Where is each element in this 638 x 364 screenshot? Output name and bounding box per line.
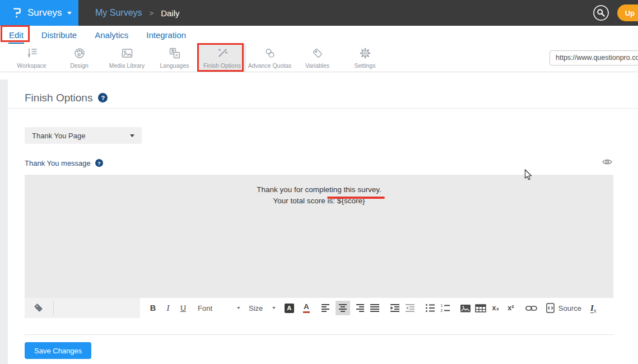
bulleted-list-icon xyxy=(425,304,435,312)
svg-text:1: 1 xyxy=(440,304,443,307)
merge-tag-icon[interactable] xyxy=(32,302,45,314)
message-label-row: Thank You message ? xyxy=(25,157,613,169)
toolbar-separator xyxy=(53,301,54,315)
rich-text-editor: Thank you for completing this survey. Yo… xyxy=(25,175,613,318)
chevron-down-icon xyxy=(67,12,72,15)
brand-label: Surveys xyxy=(27,7,62,18)
numbered-list-icon: 1 2 xyxy=(440,304,450,312)
italic-button[interactable]: I xyxy=(162,301,174,315)
font-dropdown[interactable]: Font xyxy=(198,301,240,315)
toolbar-item-languages[interactable]: A Languages xyxy=(151,44,198,72)
editor-content[interactable]: Thank you for completing this survey. Yo… xyxy=(25,175,613,298)
increase-indent-button[interactable] xyxy=(389,301,401,315)
underline-button[interactable]: U xyxy=(178,301,189,315)
upgrade-button[interactable]: Up xyxy=(617,4,638,21)
editor-text-line: Thank you for completing this survey. xyxy=(25,184,613,195)
save-changes-button[interactable]: Save Changes xyxy=(25,342,91,359)
text-color-icon: A xyxy=(303,303,310,313)
insert-image-button[interactable] xyxy=(460,301,471,315)
content-area: Finish Options ? Thank You Page Thank Yo… xyxy=(0,80,638,364)
topbar-right: Up xyxy=(593,4,638,21)
toolbar-item-media-library[interactable]: Media Library xyxy=(103,44,151,72)
superscript-button[interactable]: x² xyxy=(505,301,516,315)
text-color-button[interactable]: A xyxy=(303,303,311,313)
font-dropdown-label: Font xyxy=(198,304,212,312)
settings-icon xyxy=(358,46,372,60)
help-icon[interactable]: ? xyxy=(95,159,103,167)
toolbar-item-label: Variables xyxy=(305,62,329,69)
finish-options-panel: Finish Options ? Thank You Page Thank Yo… xyxy=(8,80,638,364)
align-center-icon xyxy=(338,304,348,312)
tab-distribute[interactable]: Distribute xyxy=(41,27,77,44)
remove-format-button[interactable]: Ix xyxy=(590,303,597,314)
bulleted-list-button[interactable] xyxy=(425,301,436,315)
finish-type-dropdown[interactable]: Thank You Page xyxy=(25,127,142,144)
source-button-label: Source xyxy=(558,304,581,312)
toolbar-item-label: Media Library xyxy=(109,62,145,69)
panel-header: Finish Options ? xyxy=(25,80,613,108)
insert-link-button[interactable] xyxy=(525,301,537,315)
design-icon xyxy=(73,46,86,60)
toolbar-item-label: Languages xyxy=(160,62,189,69)
svg-text:2: 2 xyxy=(440,309,443,312)
toolbar-item-settings[interactable]: Settings xyxy=(341,44,389,72)
table-icon xyxy=(475,304,486,313)
footer-divider xyxy=(25,334,613,335)
source-icon xyxy=(546,303,555,313)
help-icon[interactable]: ? xyxy=(98,93,108,102)
languages-icon: A xyxy=(168,46,181,60)
editor-toolbar: B I U Font Size A xyxy=(25,298,613,318)
thank-you-message-label: Thank You message xyxy=(25,159,91,167)
decrease-indent-button[interactable] xyxy=(404,301,416,315)
toolbar-item-label: Advance Quotas xyxy=(248,62,292,69)
search-icon[interactable] xyxy=(593,5,609,21)
breadcrumb-my-surveys[interactable]: My Surveys xyxy=(95,8,142,18)
image-icon xyxy=(460,304,471,313)
toolbar-item-label: Workspace xyxy=(17,62,46,69)
link-icon xyxy=(525,305,537,312)
align-right-button[interactable] xyxy=(354,301,365,315)
tab-integration[interactable]: Integration xyxy=(146,27,187,44)
toolbar-item-workspace[interactable]: Workspace xyxy=(8,44,55,72)
toolbar-item-design[interactable]: Design xyxy=(55,44,103,72)
bold-button[interactable]: B xyxy=(147,301,159,315)
size-dropdown-label: Size xyxy=(249,304,263,312)
questionpro-logo-icon xyxy=(12,6,22,20)
align-left-icon xyxy=(321,304,331,312)
justify-icon xyxy=(370,304,380,312)
toolbar-item-label: Design xyxy=(70,62,89,69)
align-left-button[interactable] xyxy=(320,301,332,315)
chevron-down-icon xyxy=(237,307,240,309)
subscript-button[interactable]: x₂ xyxy=(490,301,501,315)
toolbar-item-label: Settings xyxy=(355,62,376,69)
svg-text:A: A xyxy=(175,53,178,58)
align-right-icon xyxy=(355,304,365,312)
insert-table-button[interactable] xyxy=(475,301,486,315)
source-button[interactable]: Source xyxy=(546,303,581,313)
product-switcher[interactable]: Surveys xyxy=(0,0,78,26)
top-navbar: Surveys My Surveys > Daily Up xyxy=(0,0,638,26)
chevron-down-icon xyxy=(130,134,134,137)
align-center-button[interactable] xyxy=(336,301,350,315)
tab-edit[interactable]: Edit xyxy=(8,27,24,44)
variables-icon xyxy=(311,46,324,60)
size-dropdown[interactable]: Size xyxy=(249,301,276,315)
workspace-icon xyxy=(25,46,39,60)
finish-type-selected: Thank You Page xyxy=(32,132,85,140)
app-screen: Surveys My Surveys > Daily Up Edit Distr… xyxy=(0,0,638,364)
background-color-button[interactable]: A xyxy=(285,304,296,313)
toolbar-item-advance-quotas[interactable]: Advance Quotas xyxy=(246,44,294,72)
toolbar-item-finish-options[interactable]: Finish Options xyxy=(198,44,246,72)
outdent-icon xyxy=(405,304,415,312)
breadcrumb: My Surveys > Daily xyxy=(95,8,180,18)
survey-url-input[interactable] xyxy=(549,50,638,66)
numbered-list-button[interactable]: 1 2 xyxy=(440,301,451,315)
justify-button[interactable] xyxy=(369,301,380,315)
edit-toolbar: Workspace Design Media Library xyxy=(0,44,638,72)
toolbar-item-label: Finish Options xyxy=(203,62,241,69)
toolbar-item-variables[interactable]: Variables xyxy=(294,44,341,72)
preview-toggle[interactable] xyxy=(601,157,613,169)
tab-analytics[interactable]: Analytics xyxy=(94,27,129,44)
page-title: Finish Options xyxy=(25,92,92,104)
indent-icon xyxy=(390,304,400,312)
